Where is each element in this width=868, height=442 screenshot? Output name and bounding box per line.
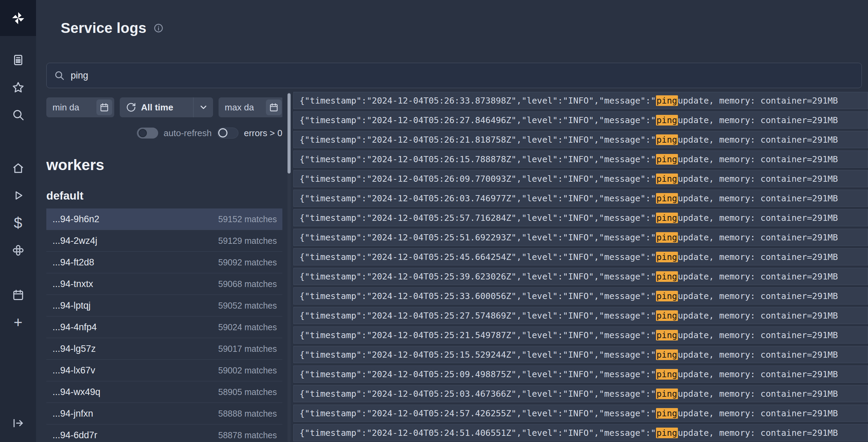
- sidebar-item-add[interactable]: +: [0, 309, 36, 336]
- log-line: {"timestamp":"2024-12-04T05:25:15.529244…: [293, 346, 868, 363]
- log-highlight: ping: [656, 330, 678, 341]
- errors-only-toggle[interactable]: [217, 128, 238, 139]
- log-panel: {"timestamp":"2024-12-04T05:26:33.873898…: [288, 92, 868, 442]
- log-highlight: ping: [656, 252, 678, 262]
- page-header: Service logs: [61, 20, 164, 36]
- page-title: Service logs: [61, 20, 146, 36]
- log-highlight: ping: [656, 174, 678, 184]
- worker-name: ...94-tnxtx: [52, 279, 93, 289]
- log-line: {"timestamp":"2024-12-04T05:26:03.746977…: [293, 190, 868, 207]
- log-search-bar: [46, 63, 862, 88]
- worker-row[interactable]: ...94-9h6n2 59152 matches: [46, 208, 282, 230]
- resources-icon: [12, 244, 24, 256]
- worker-row[interactable]: ...94-lx67v 59002 matches: [46, 360, 282, 381]
- max-date-input[interactable]: max da: [219, 97, 282, 117]
- worker-name: ...94-lx67v: [52, 365, 95, 376]
- log-suffix: update, memory: container=291MB: [678, 96, 838, 106]
- log-prefix: {"timestamp":"2024-12-04T05:26:33.873898…: [300, 96, 656, 106]
- log-suffix: update, memory: container=291MB: [678, 272, 838, 282]
- worker-row[interactable]: ...94-lptqj 59052 matches: [46, 295, 282, 316]
- log-prefix: {"timestamp":"2024-12-04T05:25:15.529244…: [300, 350, 656, 360]
- log-suffix: update, memory: container=291MB: [678, 311, 838, 321]
- log-prefix: {"timestamp":"2024-12-04T05:25:45.664254…: [300, 252, 656, 262]
- log-prefix: {"timestamp":"2024-12-04T05:24:57.426255…: [300, 408, 656, 418]
- worker-match-count: 59002 matches: [218, 366, 277, 375]
- sidebar-item-search[interactable]: [0, 101, 36, 129]
- search-input[interactable]: [71, 70, 854, 81]
- worker-row[interactable]: ...94-2wz4j 59129 matches: [46, 230, 282, 252]
- worker-match-count: 58878 matches: [218, 430, 277, 440]
- sidebar-expand-menu[interactable]: [0, 409, 36, 437]
- log-line: {"timestamp":"2024-12-04T05:26:33.873898…: [293, 92, 868, 109]
- log-suffix: update, memory: container=291MB: [678, 154, 838, 164]
- time-range-button[interactable]: All time: [120, 97, 213, 117]
- sidebar-item-favorites[interactable]: [0, 74, 36, 101]
- expand-menu-icon: [12, 417, 24, 429]
- sidebar-item-apps[interactable]: [0, 46, 36, 74]
- log-highlight: ping: [656, 154, 678, 165]
- worker-row[interactable]: ...94-jnfxn 58888 matches: [46, 403, 282, 425]
- calendar-icon: [12, 289, 24, 301]
- worker-match-count: 59152 matches: [218, 214, 277, 224]
- time-range-dropdown[interactable]: [193, 97, 213, 117]
- log-line: {"timestamp":"2024-12-04T05:25:03.467366…: [293, 385, 868, 402]
- log-line: {"timestamp":"2024-12-04T05:25:09.498875…: [293, 366, 868, 383]
- info-icon[interactable]: [153, 23, 164, 33]
- log-highlight: ping: [656, 291, 678, 301]
- min-date-input[interactable]: min da: [46, 97, 114, 117]
- log-prefix: {"timestamp":"2024-12-04T05:24:51.406551…: [300, 428, 656, 438]
- sidebar-item-home[interactable]: [0, 154, 36, 182]
- icon-sidebar: $ +: [0, 0, 36, 442]
- log-scrollbar-thumb[interactable]: [288, 93, 291, 174]
- log-prefix: {"timestamp":"2024-12-04T05:26:15.788878…: [300, 154, 656, 164]
- log-line: {"timestamp":"2024-12-04T05:24:57.426255…: [293, 405, 868, 422]
- log-suffix: update, memory: container=291MB: [678, 135, 838, 145]
- log-highlight: ping: [656, 134, 678, 145]
- worker-name: ...94-wx49q: [52, 387, 101, 397]
- worker-match-count: 59017 matches: [218, 344, 277, 354]
- filters-and-workers-panel: min da All time: [46, 97, 282, 442]
- chevron-down-icon: [199, 103, 208, 112]
- log-highlight: ping: [656, 369, 678, 380]
- worker-row[interactable]: ...94-ft2d8 59092 matches: [46, 252, 282, 273]
- star-icon: [12, 81, 24, 94]
- sidebar-item-variables[interactable]: $: [0, 209, 36, 237]
- worker-group-heading: default: [46, 189, 282, 202]
- sidebar-item-resources[interactable]: [0, 237, 36, 264]
- worker-row[interactable]: ...94-tnxtx 59068 matches: [46, 273, 282, 295]
- calendar-icon: [269, 103, 279, 112]
- max-date-calendar-button[interactable]: [266, 99, 282, 115]
- errors-only-label: errors > 0: [244, 128, 282, 139]
- worker-match-count: 59024 matches: [218, 322, 277, 332]
- log-highlight: ping: [656, 389, 678, 399]
- worker-list: ...94-9h6n2 59152 matches ...94-2wz4j 59…: [46, 208, 282, 442]
- service-logs-page: $ + Service logs: [0, 0, 868, 442]
- auto-refresh-toggle[interactable]: [137, 128, 158, 139]
- sidebar-item-schedules[interactable]: [0, 281, 36, 309]
- plus-icon: +: [14, 315, 23, 330]
- worker-name: ...94-9h6n2: [52, 214, 99, 225]
- log-suffix: update, memory: container=291MB: [678, 193, 838, 203]
- log-highlight: ping: [656, 271, 678, 282]
- worker-row[interactable]: ...94-lg57z 59017 matches: [46, 338, 282, 360]
- sidebar-item-runs[interactable]: [0, 182, 36, 209]
- log-scrollbar-track[interactable]: [288, 92, 291, 442]
- log-line: {"timestamp":"2024-12-04T05:26:09.770093…: [293, 170, 868, 187]
- log-highlight: ping: [656, 310, 678, 321]
- search-icon: [12, 109, 24, 121]
- log-rows: {"timestamp":"2024-12-04T05:26:33.873898…: [293, 92, 868, 442]
- worker-row[interactable]: ...94-4nfp4 59024 matches: [46, 316, 282, 338]
- home-icon: [12, 162, 24, 174]
- log-line: {"timestamp":"2024-12-04T05:26:27.846496…: [293, 111, 868, 129]
- log-prefix: {"timestamp":"2024-12-04T05:26:21.818758…: [300, 135, 656, 145]
- worker-match-count: 59052 matches: [218, 301, 277, 311]
- log-suffix: update, memory: container=291MB: [678, 174, 838, 184]
- toggle-filter-row: auto-refresh errors > 0: [46, 126, 282, 140]
- app-logo[interactable]: [0, 0, 36, 36]
- log-line: {"timestamp":"2024-12-04T05:25:21.549787…: [293, 326, 868, 344]
- log-line: {"timestamp":"2024-12-04T05:25:27.574869…: [293, 307, 868, 324]
- log-suffix: update, memory: container=291MB: [678, 213, 838, 223]
- worker-row[interactable]: ...94-wx49q 58905 matches: [46, 381, 282, 403]
- worker-row[interactable]: ...94-6dd7r 58878 matches: [46, 425, 282, 442]
- min-date-calendar-button[interactable]: [96, 99, 112, 115]
